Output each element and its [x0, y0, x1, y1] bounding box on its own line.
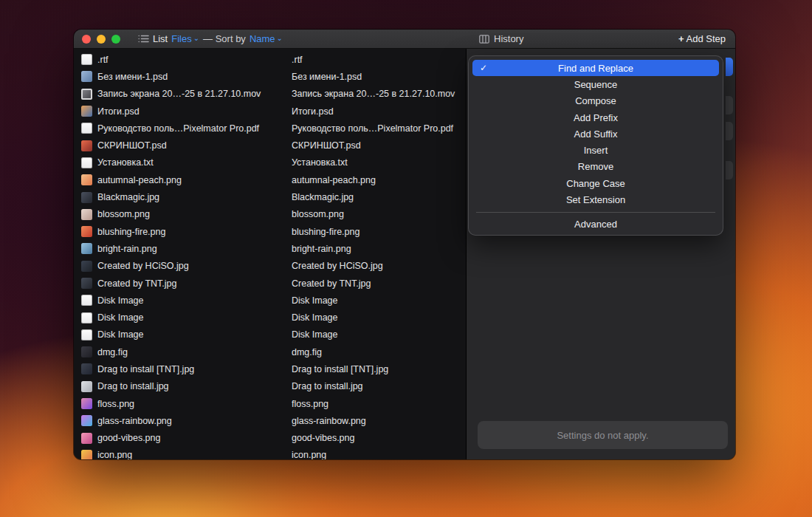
file-name-cell: .rtf: [81, 54, 292, 65]
menu-item[interactable]: Change Case: [472, 175, 719, 191]
file-preview-cell: Drag to install [TNT].jpg: [292, 364, 458, 374]
file-name-cell: Created by HCiSO.jpg: [81, 261, 292, 272]
file-name-cell: СКРИНШОТ.psd: [81, 140, 292, 151]
history-panel: ✓ Find and Replace Sequence Compose Add …: [467, 49, 735, 459]
add-step-button[interactable]: + Add Step: [678, 33, 726, 44]
file-name: Disk Image: [97, 295, 144, 306]
file-icon: [81, 346, 92, 357]
menu-item[interactable]: Compose: [472, 93, 719, 109]
file-preview-name: blossom.png: [292, 209, 344, 219]
file-name: .rtf: [97, 55, 109, 65]
file-name-cell: blushing-fire.png: [81, 226, 292, 237]
minimize-window-button[interactable]: [97, 35, 106, 44]
menu-item[interactable]: Add Suffix: [472, 126, 719, 142]
file-preview-cell: Created by HCiSO.jpg: [292, 261, 458, 271]
file-name-cell: good-vibes.png: [81, 433, 292, 444]
menu-item[interactable]: Insert: [472, 142, 719, 158]
table-row[interactable]: .rtf .rtf: [74, 51, 466, 68]
table-row[interactable]: Drag to install.jpg Drag to install.jpg: [74, 378, 466, 395]
file-icon: [81, 295, 92, 306]
file-preview-cell: Blackmagic.jpg: [292, 192, 458, 202]
table-row[interactable]: Disk Image Disk Image: [74, 292, 466, 309]
table-row[interactable]: Disk Image Disk Image: [74, 326, 466, 343]
obscured-control-edge: [726, 58, 733, 76]
file-name: dmg.fig: [97, 347, 128, 357]
menu-item[interactable]: Advanced: [472, 216, 719, 233]
file-preview-cell: .rtf: [292, 55, 458, 65]
file-preview-name: Запись экрана 20…-25 в 21.27.10.mov: [292, 89, 455, 99]
menu-item[interactable]: Sequence: [472, 76, 719, 92]
file-name: bright-rain.png: [97, 244, 157, 254]
file-icon: [81, 140, 92, 151]
menu-item[interactable]: Remove: [472, 159, 719, 175]
file-preview-cell: Disk Image: [292, 329, 458, 340]
file-icon: [81, 243, 92, 254]
file-preview-name: Disk Image: [292, 295, 338, 306]
table-row[interactable]: Руководство поль…Pixelmator Pro.pdf Руко…: [74, 120, 466, 137]
table-row[interactable]: Drag to install [TNT].jpg Drag to instal…: [74, 360, 466, 377]
files-dropdown[interactable]: Files ⌄: [171, 33, 199, 44]
table-row[interactable]: Created by HCiSO.jpg Created by HCiSO.jp…: [74, 258, 466, 275]
table-row[interactable]: Установка.txt Установка.txt: [74, 154, 466, 171]
file-icon: [81, 209, 92, 220]
menu-item-label: Add Suffix: [574, 129, 617, 140]
file-preview-cell: blushing-fire.png: [292, 227, 458, 237]
menu-item-label: Change Case: [566, 178, 625, 189]
table-row[interactable]: Итоги.psd Итоги.psd: [74, 103, 466, 120]
history-header: History: [479, 33, 523, 44]
menu-item[interactable]: ✓ Find and Replace: [472, 60, 719, 76]
list-label: List: [153, 33, 168, 44]
table-row[interactable]: good-vibes.png good-vibes.png: [74, 430, 466, 447]
table-row[interactable]: СКРИНШОТ.psd СКРИНШОТ.psd: [74, 137, 466, 154]
file-icon: [81, 71, 92, 82]
table-row[interactable]: bright-rain.png bright-rain.png: [74, 240, 466, 257]
file-preview-name: Blackmagic.jpg: [292, 192, 354, 202]
file-preview-cell: floss.png: [292, 399, 458, 409]
menu-item[interactable]: Add Prefix: [472, 109, 719, 126]
table-row[interactable]: Disk Image Disk Image: [74, 309, 466, 326]
file-icon: [81, 329, 92, 340]
chevron-down-icon: ⌄: [277, 35, 283, 42]
sort-by-label: — Sort by: [203, 33, 246, 44]
close-window-button[interactable]: [82, 35, 91, 44]
view-sort-toolbar: List Files ⌄ — Sort by Name ⌄: [138, 33, 283, 44]
table-row[interactable]: dmg.fig dmg.fig: [74, 343, 466, 360]
file-name-cell: Drag to install [TNT].jpg: [81, 363, 292, 374]
file-name: Disk Image: [97, 312, 144, 323]
file-preview-cell: Created by TNT.jpg: [292, 278, 458, 289]
file-preview-name: Drag to install.jpg: [292, 381, 363, 391]
table-row[interactable]: blushing-fire.png blushing-fire.png: [74, 223, 466, 240]
sort-name-dropdown-label: Name: [250, 33, 275, 44]
file-name-cell: Установка.txt: [81, 157, 292, 168]
table-row[interactable]: Blackmagic.jpg Blackmagic.jpg: [74, 188, 466, 205]
menu-item-label: Add Prefix: [574, 112, 618, 123]
file-icon: [81, 174, 92, 185]
table-row[interactable]: Без имени-1.psd Без имени-1.psd: [74, 68, 466, 85]
action-menu: ✓ Find and Replace Sequence Compose Add …: [468, 55, 723, 236]
table-row[interactable]: autumnal-peach.png autumnal-peach.png: [74, 171, 466, 188]
file-name: glass-rainbow.png: [97, 416, 172, 426]
window-content: .rtf .rtf Без имени-1.psd Без имени-1.ps…: [74, 49, 735, 459]
chevron-down-icon: ⌄: [193, 35, 199, 42]
sort-name-dropdown[interactable]: Name ⌄: [250, 33, 283, 44]
file-preview-cell: autumnal-peach.png: [292, 175, 458, 185]
file-name: Created by TNT.jpg: [97, 278, 176, 289]
file-name: Drag to install.jpg: [97, 381, 169, 391]
menu-item[interactable]: Set Extension: [472, 191, 719, 208]
obscured-control-edge: [726, 161, 733, 179]
file-name: autumnal-peach.png: [97, 175, 182, 185]
table-row[interactable]: glass-rainbow.png glass-rainbow.png: [74, 412, 466, 429]
file-preview-name: glass-rainbow.png: [292, 416, 366, 426]
table-row[interactable]: Запись экрана 20…-25 в 21.27.10.mov Запи…: [74, 86, 466, 103]
table-row[interactable]: floss.png floss.png: [74, 395, 466, 412]
table-row[interactable]: blossom.png blossom.png: [74, 206, 466, 223]
zoom-window-button[interactable]: [111, 35, 120, 44]
file-preview-cell: Установка.txt: [292, 157, 458, 168]
file-name: СКРИНШОТ.psd: [97, 140, 167, 151]
table-row[interactable]: Created by TNT.jpg Created by TNT.jpg: [74, 275, 466, 292]
table-row[interactable]: icon.png icon.png: [74, 447, 466, 459]
file-preview-name: autumnal-peach.png: [292, 175, 376, 185]
file-preview-cell: Без имени-1.psd: [292, 72, 458, 82]
files-dropdown-label: Files: [171, 33, 191, 44]
file-preview-name: bright-rain.png: [292, 244, 351, 254]
